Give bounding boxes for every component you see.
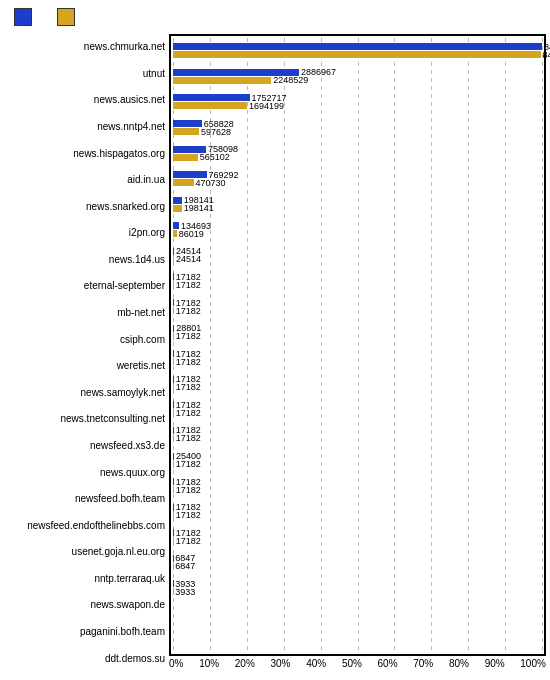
bar-pair: 1718217182 <box>173 427 542 442</box>
bar-row: 198141198141 <box>173 194 542 214</box>
bar-row: 39333933 <box>173 578 542 598</box>
bar-pair: 1718217182 <box>173 376 542 391</box>
legend-rejected <box>57 8 80 26</box>
y-label: paganini.bofh.team <box>4 627 165 637</box>
bar-pair <box>173 606 542 621</box>
accepted-bar <box>173 606 542 613</box>
y-label: newsfeed.endofthelinebbs.com <box>4 521 165 531</box>
x-axis-label: 70% <box>413 658 433 669</box>
y-label: newsfeed.xs3.de <box>4 441 165 451</box>
bar-row: 1718217182 <box>173 527 542 547</box>
rejected-bar: 17182 <box>173 537 542 544</box>
bar-pair: 84518128420115 <box>173 43 542 58</box>
accepted-bar: 17182 <box>173 478 542 485</box>
rejected-bar: 565102 <box>173 154 542 161</box>
rejected-bar: 198141 <box>173 205 542 212</box>
rejected-bar: 86019 <box>173 230 542 237</box>
bar-pair: 658828597628 <box>173 120 542 135</box>
y-label: news.chmurka.net <box>4 42 165 52</box>
rejected-bar: 17182 <box>173 281 542 288</box>
rejected-bar-label: 17182 <box>174 357 201 367</box>
accepted-bar: 198141 <box>173 197 542 204</box>
bar-row: 1718217182 <box>173 348 542 368</box>
y-label: news.swapon.de <box>4 600 165 610</box>
bar-pair: 198141198141 <box>173 197 542 212</box>
bar-row: 2451424514 <box>173 245 542 265</box>
bar-pair: 2880117182 <box>173 325 542 340</box>
bar-pair: 1718217182 <box>173 350 542 365</box>
rejected-bar: 6847 <box>173 563 542 570</box>
rejected-bar-label: 565102 <box>198 152 230 162</box>
y-label: nntp.terraraq.uk <box>4 574 165 584</box>
rejected-bar-fill <box>173 128 199 135</box>
accepted-bar: 134693 <box>173 222 542 229</box>
bar-pair: 1718217182 <box>173 504 542 519</box>
y-label: news.snarked.org <box>4 202 165 212</box>
bar-row: 769292470730 <box>173 169 542 189</box>
y-label: ddt.demos.su <box>4 654 165 664</box>
rejected-bar: 17182 <box>173 307 542 314</box>
y-label: weretis.net <box>4 361 165 371</box>
bar-pair: 1718217182 <box>173 299 542 314</box>
rejected-bar-label: 1694199 <box>247 101 284 111</box>
accepted-bar: 6847 <box>173 555 542 562</box>
bar-row: 658828597628 <box>173 118 542 138</box>
accepted-bar: 25400 <box>173 453 542 460</box>
rejected-bar: 17182 <box>173 384 542 391</box>
bar-row: 1718217182 <box>173 501 542 521</box>
accepted-bar: 17182 <box>173 504 542 511</box>
rejected-bar-label: 17182 <box>174 306 201 316</box>
accepted-bar: 17182 <box>173 350 542 357</box>
rejected-bar-label: 17182 <box>174 433 201 443</box>
rejected-bar-label: 17182 <box>174 382 201 392</box>
legend-accepted-box <box>14 8 32 26</box>
y-label: utnut <box>4 69 165 79</box>
bar-pair: 758098565102 <box>173 146 542 161</box>
rejected-bar-label: 17182 <box>174 280 201 290</box>
bar-pair: 13469386019 <box>173 222 542 237</box>
accepted-bar: 17182 <box>173 299 542 306</box>
rejected-bar-fill <box>173 51 541 58</box>
rejected-bar-fill <box>173 154 198 161</box>
rejected-bar: 1694199 <box>173 102 542 109</box>
bar-row: 68476847 <box>173 552 542 572</box>
y-label: news.ausics.net <box>4 95 165 105</box>
bar-pair: 28869672248529 <box>173 69 542 84</box>
y-label: newsfeed.bofh.team <box>4 494 165 504</box>
legend <box>14 8 546 26</box>
x-axis-label: 10% <box>199 658 219 669</box>
rejected-bar: 2248529 <box>173 77 542 84</box>
y-label: news.quux.org <box>4 468 165 478</box>
accepted-bar-fill <box>173 120 202 127</box>
y-axis-labels: news.chmurka.netutnutnews.ausics.netnews… <box>4 34 169 672</box>
x-axis-label: 0% <box>169 658 183 669</box>
accepted-bar: 1752717 <box>173 94 542 101</box>
accepted-bar: 28801 <box>173 325 542 332</box>
rejected-bar-fill <box>173 102 247 109</box>
rejected-bar-label: 17182 <box>174 408 201 418</box>
legend-accepted <box>14 8 37 26</box>
y-label: usenet.goja.nl.eu.org <box>4 547 165 557</box>
rejected-bar-label: 17182 <box>174 510 201 520</box>
y-label: news.tnetconsulting.net <box>4 414 165 424</box>
rejected-bar: 17182 <box>173 486 542 493</box>
bar-row: 2540017182 <box>173 450 542 470</box>
rejected-bar: 17182 <box>173 409 542 416</box>
rejected-bar: 17182 <box>173 461 542 468</box>
accepted-bar-fill <box>173 197 182 204</box>
y-label: aid.in.ua <box>4 175 165 185</box>
bar-row: 28869672248529 <box>173 66 542 86</box>
rejected-bar: 470730 <box>173 179 542 186</box>
rejected-bar-fill <box>173 77 271 84</box>
bar-row: 758098565102 <box>173 143 542 163</box>
accepted-bar: 17182 <box>173 376 542 383</box>
bar-pair: 39333933 <box>173 580 542 595</box>
rejected-bar-label: 8420115 <box>541 50 550 60</box>
bar-pair: 769292470730 <box>173 171 542 186</box>
bar-row: 1718217182 <box>173 476 542 496</box>
accepted-bar: 24514 <box>173 248 542 255</box>
bar-row <box>173 604 542 624</box>
rejected-bar: 8420115 <box>173 51 542 58</box>
y-label: mb-net.net <box>4 308 165 318</box>
bar-row: 84518128420115 <box>173 41 542 61</box>
